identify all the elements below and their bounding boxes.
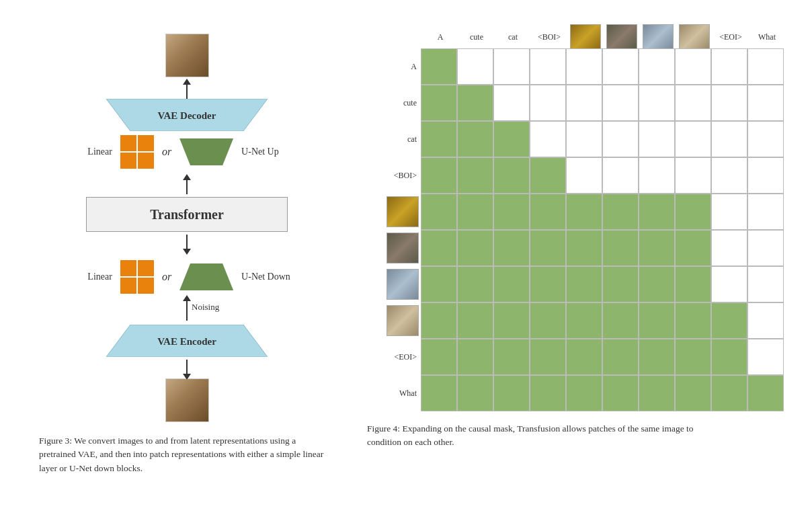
grid-cell-5-4 [566, 230, 602, 266]
header-token-img1 [567, 27, 604, 47]
noising-label: Noising [192, 302, 219, 313]
row-label-img3 [380, 266, 421, 302]
grid-cell-9-6 [639, 375, 675, 411]
grid-cell-2-7 [675, 121, 711, 157]
vae-decoder: VAE Decoder [106, 99, 268, 131]
linear-unet-up-row: Linear or U-Net Up [59, 135, 315, 169]
grid-row-0 [421, 48, 784, 85]
grid-cell-5-3 [530, 230, 566, 266]
grid-cell-4-7 [675, 194, 711, 230]
row-labels: A cute cat <BOI> <EO [380, 48, 421, 411]
orange-grid-2 [120, 260, 154, 294]
grid-cell-0-1 [457, 48, 493, 85]
header-token-img4 [676, 27, 713, 47]
row-label-img1 [380, 194, 421, 230]
grid-cell-6-8 [711, 266, 747, 302]
grid-cell-1-8 [711, 85, 747, 121]
grid-cell-7-6 [639, 302, 675, 339]
grid-cell-3-1 [457, 157, 493, 194]
grid-cell-7-4 [566, 302, 602, 339]
grid-cell-7-0 [421, 302, 457, 339]
grid-cell-7-3 [530, 302, 566, 339]
transformer-box: Transformer [86, 197, 288, 232]
grid-cell-1-1 [457, 85, 493, 121]
header-token-what: What [749, 27, 785, 47]
linear-unet-down-row: Linear or U-Net Down [59, 260, 315, 294]
grid-cell-5-0 [421, 230, 457, 266]
grid-cell-8-6 [639, 339, 675, 375]
grid-cell-4-4 [566, 194, 602, 230]
token-header: A cute cat <BOI> <EOI> What [422, 27, 785, 47]
header-token-img3 [640, 27, 676, 47]
grid-cell-4-1 [457, 194, 493, 230]
grid-cell-2-3 [530, 121, 566, 157]
grid-cell-0-7 [675, 48, 711, 85]
grid-cell-5-8 [711, 230, 747, 266]
unet-up-label: U-Net Up [241, 147, 295, 157]
grid-cell-0-8 [711, 48, 747, 85]
grid-cell-2-2 [493, 121, 530, 157]
grid-cell-4-0 [421, 194, 457, 230]
orange-grid-1 [120, 135, 154, 169]
row-label-boi: <BOI> [380, 157, 421, 194]
right-panel: A cute cat <BOI> <EOI> What [367, 13, 785, 518]
grid-cell-7-9 [747, 302, 784, 339]
grid-cell-9-9 [747, 375, 784, 411]
grid-cell-9-2 [493, 375, 530, 411]
grid-cell-8-2 [493, 339, 530, 375]
row-label-cute: cute [380, 85, 421, 121]
grid-cell-6-5 [602, 266, 639, 302]
grid-cell-9-5 [602, 375, 639, 411]
grid-cell-3-9 [747, 157, 784, 194]
grid-cell-8-3 [530, 339, 566, 375]
grid-cell-9-1 [457, 375, 493, 411]
grid-cell-0-2 [493, 48, 530, 85]
grid-cell-2-8 [711, 121, 747, 157]
header-token-eoi: <EOI> [713, 27, 749, 47]
grid-cell-9-4 [566, 375, 602, 411]
grid-cell-4-6 [639, 194, 675, 230]
grid-cell-1-7 [675, 85, 711, 121]
header-token-cat: cat [495, 27, 531, 47]
grid-row-9 [421, 375, 784, 411]
grid-cell-2-6 [639, 121, 675, 157]
svg-text:VAE Encoder: VAE Encoder [157, 336, 216, 347]
grid-cell-9-0 [421, 375, 457, 411]
grid-cell-9-3 [530, 375, 566, 411]
grid-cell-3-2 [493, 157, 530, 194]
grid-cell-4-5 [602, 194, 639, 230]
grid-cell-1-0 [421, 85, 457, 121]
grid-cell-4-9 [747, 194, 784, 230]
grid-cell-6-2 [493, 266, 530, 302]
cat-image-top [165, 34, 209, 77]
header-token-boi: <BOI> [531, 27, 567, 47]
linear-label-2: Linear [79, 272, 112, 282]
grid-cell-2-1 [457, 121, 493, 157]
grid-cell-2-5 [602, 121, 639, 157]
grid-cell-0-9 [747, 48, 784, 85]
left-panel: VAE Decoder Linear or U-Net Up [27, 13, 347, 518]
grid-cell-0-3 [530, 48, 566, 85]
grid-row-3 [421, 157, 784, 194]
grid-cell-5-7 [675, 230, 711, 266]
grid-cell-3-6 [639, 157, 675, 194]
header-token-cute: cute [458, 27, 495, 47]
grid-cell-7-5 [602, 302, 639, 339]
grid-cell-4-3 [530, 194, 566, 230]
row-label-cat: cat [380, 121, 421, 157]
or-text-2: or [162, 271, 171, 283]
grid-cell-7-2 [493, 302, 530, 339]
linear-label-1: Linear [79, 147, 112, 157]
grid-cell-7-8 [711, 302, 747, 339]
grid-cell-0-6 [639, 48, 675, 85]
grid-cell-8-5 [602, 339, 639, 375]
grid-cell-6-3 [530, 266, 566, 302]
or-text-1: or [162, 146, 171, 158]
grid-cell-8-4 [566, 339, 602, 375]
grid-cell-1-4 [566, 85, 602, 121]
grid-row-6 [421, 266, 784, 302]
grid-cell-0-5 [602, 48, 639, 85]
grid-cell-6-0 [421, 266, 457, 302]
unet-up-shape [179, 138, 233, 165]
grid-row-2 [421, 121, 784, 157]
